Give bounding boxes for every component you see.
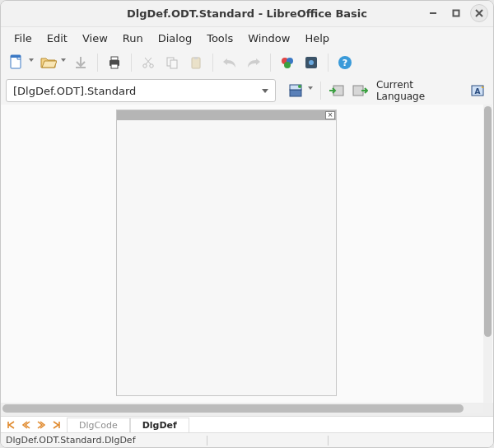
- svg-text:?: ?: [343, 58, 347, 68]
- help-button[interactable]: ?: [334, 52, 356, 73]
- cut-button[interactable]: [137, 52, 159, 73]
- module-tab-bar: DlgCode DlgDef: [1, 416, 493, 432]
- menu-edit[interactable]: Edit: [40, 30, 74, 47]
- separator: [320, 82, 321, 100]
- close-button[interactable]: [470, 4, 488, 22]
- current-language-label: Current Language: [373, 79, 465, 102]
- minimize-button[interactable]: [424, 4, 442, 22]
- maximize-button[interactable]: [447, 4, 465, 22]
- window-controls: [424, 4, 488, 22]
- vertical-scrollbar[interactable]: [483, 105, 492, 403]
- prev-tab-icon[interactable]: [21, 420, 32, 430]
- compile-button[interactable]: [286, 80, 306, 101]
- menu-window[interactable]: Window: [241, 30, 296, 47]
- language-toolbar: [DlgDef.ODT].Standard Current Language A: [1, 77, 493, 105]
- svg-point-7: [150, 64, 153, 68]
- tab-dlgcode[interactable]: DlgCode: [67, 418, 130, 432]
- dialog-preview[interactable]: ×: [116, 110, 337, 396]
- svg-rect-2: [11, 55, 21, 58]
- new-document-button[interactable]: [6, 52, 27, 73]
- last-tab-icon[interactable]: [50, 420, 62, 430]
- status-path: DlgDef.ODT.Standard.DlgDef: [6, 435, 202, 446]
- chevron-down-icon: [61, 58, 66, 62]
- standard-toolbar: ?: [1, 49, 493, 77]
- dialog-preview-titlebar[interactable]: ×: [117, 110, 336, 120]
- paste-button[interactable]: [185, 52, 207, 73]
- svg-point-6: [143, 64, 147, 68]
- separator: [212, 54, 213, 72]
- chevron-down-icon: [29, 58, 34, 62]
- tab-nav-buttons: [1, 420, 67, 430]
- chevron-down-icon: [262, 89, 268, 93]
- export-dialog-button[interactable]: [350, 80, 370, 101]
- library-selector[interactable]: [DlgDef.ODT].Standard: [6, 79, 276, 102]
- tab-dlgdef[interactable]: DlgDef: [130, 418, 189, 432]
- window-title: DlgDef.ODT.Standard - LibreOffice Basic: [127, 7, 367, 20]
- svg-point-14: [284, 62, 291, 68]
- copy-button[interactable]: [161, 52, 183, 73]
- titlebar: DlgDef.ODT.Standard - LibreOffice Basic: [1, 1, 493, 27]
- next-tab-icon[interactable]: [35, 420, 47, 430]
- svg-text:A: A: [475, 87, 481, 96]
- redo-button[interactable]: [243, 52, 264, 73]
- print-button[interactable]: [104, 52, 125, 73]
- object-catalog-button[interactable]: [277, 52, 298, 73]
- menu-help[interactable]: Help: [298, 30, 336, 47]
- library-selector-value: [DlgDef.ODT].Standard: [13, 85, 136, 97]
- menu-run[interactable]: Run: [116, 30, 150, 47]
- separator: [328, 54, 329, 72]
- svg-rect-11: [194, 57, 198, 59]
- horizontal-scrollbar[interactable]: [1, 403, 493, 416]
- svg-point-21: [298, 85, 301, 88]
- menu-file[interactable]: File: [7, 30, 39, 47]
- dialog-editor-canvas[interactable]: ×: [1, 105, 493, 403]
- menu-tools[interactable]: Tools: [200, 30, 240, 47]
- separator: [131, 54, 132, 72]
- chevron-down-icon: [308, 86, 313, 90]
- vertical-scrollbar-thumb[interactable]: [484, 106, 492, 337]
- save-button[interactable]: [70, 52, 91, 73]
- svg-rect-9: [170, 60, 177, 68]
- svg-rect-0: [454, 11, 459, 16]
- svg-rect-19: [290, 90, 301, 96]
- horizontal-scrollbar-thumb[interactable]: [2, 404, 464, 413]
- menu-dialog[interactable]: Dialog: [151, 30, 198, 47]
- app-window: DlgDef.ODT.Standard - LibreOffice Basic …: [0, 0, 494, 448]
- select-macro-button[interactable]: [301, 52, 322, 73]
- dialog-preview-close-icon[interactable]: ×: [325, 111, 335, 119]
- import-dialog-button[interactable]: [327, 80, 347, 101]
- separator: [97, 54, 98, 72]
- first-tab-icon[interactable]: [6, 420, 17, 430]
- separator: [270, 54, 271, 72]
- svg-point-16: [309, 60, 314, 65]
- status-bar: DlgDef.ODT.Standard.DlgDef: [1, 432, 493, 447]
- undo-button[interactable]: [219, 52, 240, 73]
- menu-view[interactable]: View: [76, 30, 114, 47]
- svg-rect-4: [111, 57, 118, 60]
- menubar: File Edit View Run Dialog Tools Window H…: [1, 27, 493, 49]
- open-button[interactable]: [38, 52, 59, 73]
- svg-rect-5: [111, 64, 118, 68]
- manage-language-button[interactable]: A: [468, 80, 488, 101]
